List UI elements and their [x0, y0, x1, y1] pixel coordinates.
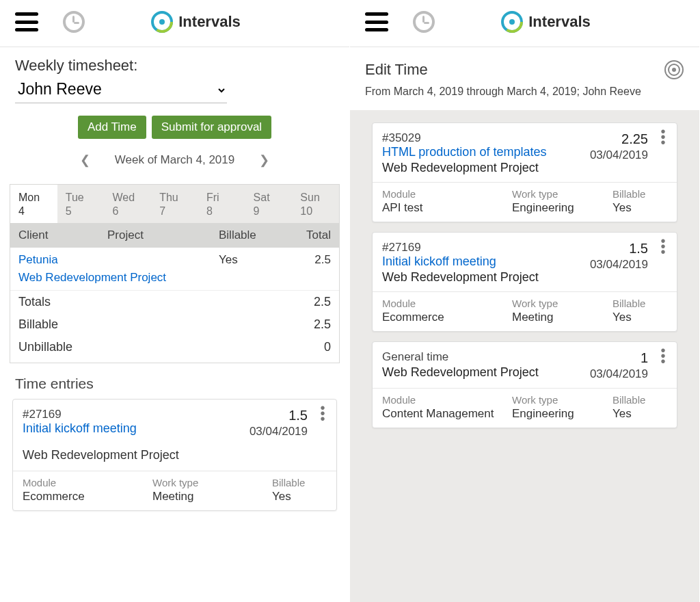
meta-module-value: Ecommerce	[23, 490, 152, 503]
submit-approval-button[interactable]: Submit for approval	[152, 116, 271, 139]
prev-week-icon[interactable]: ❮	[75, 150, 96, 170]
table-row: Petunia Yes 2.5	[10, 248, 339, 271]
date-range-label: From March 4, 2019 through March 4, 2019…	[350, 83, 699, 110]
row-billable: Yes	[219, 253, 287, 267]
card-id: #35029	[382, 131, 590, 145]
meta-billable-label: Billable	[612, 394, 667, 406]
timesheet-header: Weekly timesheet: John Reeve Add Time Su…	[0, 47, 349, 184]
kebab-icon[interactable]: •••	[656, 238, 670, 254]
meta-worktype-label: Work type	[512, 188, 612, 200]
card-meta: ModuleContent ManagementWork typeEnginee…	[373, 388, 677, 428]
clock-icon[interactable]	[63, 11, 85, 33]
day-tab[interactable]: Wed6	[104, 185, 151, 223]
meta-billable-value: Yes	[272, 490, 327, 503]
meta-module-label: Module	[382, 188, 512, 200]
table-body: Petunia Yes 2.5 Web Redevelopment Projec…	[10, 248, 339, 363]
entry-date: 03/04/2019	[250, 425, 308, 439]
card-duration: 1	[590, 350, 648, 366]
card-duration: 1.5	[590, 241, 648, 257]
logo-icon	[151, 11, 173, 33]
unbillable-label: Unbillable	[18, 340, 72, 354]
totals-value: 2.5	[314, 295, 331, 309]
day-tab[interactable]: Sun10	[292, 185, 339, 223]
edit-time-header: Edit Time	[350, 47, 699, 83]
meta-module-value: Content Management	[382, 407, 512, 421]
meta-worktype-value: Engineering	[512, 201, 612, 215]
menu-icon[interactable]	[15, 12, 38, 31]
card-date: 03/04/2019	[590, 258, 648, 272]
unbillable-value: 0	[324, 340, 331, 354]
next-week-icon[interactable]: ❯	[254, 150, 275, 170]
topbar-left: Intervals	[0, 0, 349, 47]
add-time-button[interactable]: Add Time	[78, 116, 146, 139]
meta-worktype-label: Work type	[512, 298, 612, 309]
edit-time-card[interactable]: •••#27169Initial kickoff meetingWeb Rede…	[372, 232, 677, 332]
entry-duration: 1.5	[250, 408, 308, 423]
logo-icon	[501, 11, 523, 33]
meta-billable-value: Yes	[612, 311, 667, 324]
client-link[interactable]: Petunia	[18, 253, 58, 266]
table-header: Client Project Billable Total	[10, 223, 339, 248]
meta-worktype-label: Work type	[152, 477, 272, 488]
billable-label: Billable	[18, 317, 58, 332]
card-title-link[interactable]: HTML production of templates	[382, 145, 546, 159]
meta-module-label: Module	[23, 477, 152, 488]
kebab-icon[interactable]: •••	[656, 348, 670, 364]
project-row: Web Redevelopment Project	[10, 271, 339, 291]
time-entry-card[interactable]: ••• #27169 Initial kickoff meeting 1.5 0…	[12, 399, 337, 511]
summary-unbillable: Unbillable 0	[10, 336, 339, 363]
card-id: General time	[382, 350, 590, 364]
meta-billable-label: Billable	[612, 298, 667, 309]
user-select[interactable]: John Reeve	[15, 77, 227, 103]
day-tab[interactable]: Thu7	[151, 185, 198, 223]
meta-worktype-value: Engineering	[512, 407, 612, 421]
meta-worktype-value: Meeting	[152, 490, 272, 503]
clock-icon[interactable]	[413, 11, 435, 33]
brand: Intervals	[151, 11, 241, 33]
card-project: Web Redevelopment Project	[382, 161, 590, 175]
project-link[interactable]: Web Redevelopment Project	[18, 271, 166, 284]
day-tab[interactable]: Tue5	[57, 185, 105, 223]
entry-title-link[interactable]: Initial kickoff meeting	[23, 421, 137, 435]
col-project: Project	[107, 228, 219, 242]
edit-time-card[interactable]: •••General timeWeb Redevelopment Project…	[372, 341, 677, 428]
meta-billable-label: Billable	[612, 188, 667, 200]
summary-billable: Billable 2.5	[10, 313, 339, 336]
edit-time-card[interactable]: •••#35029HTML production of templatesWeb…	[372, 122, 677, 222]
kebab-icon[interactable]: •••	[656, 129, 670, 145]
button-row: Add Time Submit for approval	[15, 116, 334, 139]
meta-billable-value: Yes	[612, 407, 667, 421]
billable-value: 2.5	[314, 317, 331, 332]
day-tab[interactable]: Mon4	[10, 185, 57, 223]
timesheet-heading: Weekly timesheet:	[15, 57, 334, 75]
col-client: Client	[18, 228, 107, 242]
summary-totals: Totals 2.5	[10, 291, 339, 313]
target-icon[interactable]	[664, 60, 684, 80]
meta-module-value: Ecommerce	[382, 311, 512, 324]
card-date: 03/04/2019	[590, 148, 648, 162]
right-pane: Intervals Edit Time From March 4, 2019 t…	[350, 0, 700, 602]
card-title-link[interactable]: Initial kickoff meeting	[382, 254, 496, 268]
card-project: Web Redevelopment Project	[382, 270, 590, 285]
day-tabs: Mon4Tue5Wed6Thu7Fri8Sat9Sun10	[10, 185, 339, 223]
topbar-right: Intervals	[350, 0, 699, 47]
edit-time-list: •••#35029HTML production of templatesWeb…	[350, 110, 699, 602]
meta-module-label: Module	[382, 394, 512, 406]
meta-worktype-value: Meeting	[512, 311, 612, 324]
meta-worktype-label: Work type	[512, 394, 612, 406]
day-tab[interactable]: Fri8	[198, 185, 245, 223]
meta-module-value: API test	[382, 201, 512, 215]
entry-id: #27169	[23, 408, 250, 421]
svg-point-2	[159, 19, 165, 25]
left-pane: Intervals Weekly timesheet: John Reeve A…	[0, 0, 350, 602]
brand-name: Intervals	[528, 13, 591, 31]
menu-icon[interactable]	[365, 12, 388, 31]
brand-name: Intervals	[178, 13, 241, 31]
meta-billable-value: Yes	[612, 201, 667, 215]
day-tab[interactable]: Sat9	[245, 185, 293, 223]
card-duration: 2.25	[590, 131, 648, 147]
kebab-icon[interactable]: •••	[316, 405, 329, 421]
row-total: 2.5	[287, 253, 331, 267]
brand: Intervals	[501, 11, 591, 33]
card-project: Web Redevelopment Project	[382, 365, 590, 380]
